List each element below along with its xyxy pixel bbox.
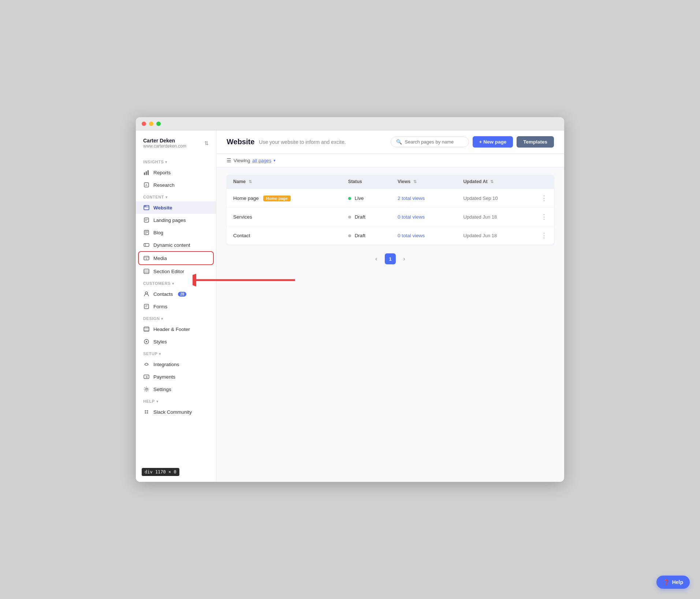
page-name[interactable]: Home page: [233, 196, 259, 201]
dynamic-icon: [143, 242, 150, 248]
cell-row-actions[interactable]: ⋮: [534, 208, 554, 226]
user-chevron-icon[interactable]: ⇅: [204, 140, 209, 146]
row-actions-menu[interactable]: ⋮: [541, 194, 547, 202]
sidebar-item-integrations[interactable]: Integrations: [136, 358, 216, 371]
cell-row-actions[interactable]: ⋮: [534, 226, 554, 245]
prev-page-button[interactable]: ‹: [371, 253, 382, 264]
sidebar-label-settings: Settings: [153, 387, 171, 392]
updated-at: Updated Jun 18: [463, 214, 497, 220]
sidebar-item-settings[interactable]: Settings: [136, 383, 216, 395]
col-actions: [534, 175, 554, 189]
status-text: Live: [355, 196, 364, 201]
status-dot: [348, 197, 351, 200]
payments-icon: S: [143, 373, 150, 380]
titlebar: [136, 117, 564, 130]
nav-section-help[interactable]: HELP ▾: [136, 395, 216, 406]
content-area: Name ⇅ Status Views ⇅ Updated At ⇅: [216, 167, 564, 482]
sidebar-item-website[interactable]: Website: [136, 201, 216, 214]
sidebar-item-blog[interactable]: Blog: [136, 226, 216, 239]
col-name[interactable]: Name ⇅: [227, 175, 342, 189]
templates-button[interactable]: Templates: [517, 136, 554, 148]
nav-section-design[interactable]: DESIGN ▾: [136, 313, 216, 323]
sidebar-item-media[interactable]: Media: [139, 252, 213, 264]
col-updated-at[interactable]: Updated At ⇅: [457, 175, 534, 189]
sidebar-item-dynamic-content[interactable]: Dynamic content: [136, 239, 216, 251]
sidebar-label-media: Media: [153, 256, 167, 261]
table-row: Services Draft 0 total views Updated Jun…: [227, 208, 554, 226]
main-header: Website Use your website to inform and e…: [216, 130, 564, 154]
search-input[interactable]: [405, 139, 463, 145]
contacts-badge: 28: [178, 292, 186, 297]
sidebar-item-styles[interactable]: Styles: [136, 335, 216, 348]
status-dot: [348, 216, 351, 219]
new-page-button[interactable]: + New page: [473, 136, 513, 148]
sidebar-label-header-footer: Header & Footer: [153, 327, 190, 332]
page-name[interactable]: Services: [233, 214, 252, 220]
sidebar-item-forms[interactable]: Forms: [136, 300, 216, 313]
page-1-button[interactable]: 1: [385, 253, 396, 264]
nav-section-insights[interactable]: INSIGHTS ▾: [136, 156, 216, 166]
next-page-button[interactable]: ›: [399, 253, 410, 264]
svg-point-37: [146, 388, 148, 390]
help-chevron-icon: ▾: [156, 399, 159, 403]
sidebar-label-blog: Blog: [153, 230, 163, 235]
sidebar-item-reports[interactable]: Reports: [136, 166, 216, 179]
search-icon: 🔍: [396, 139, 402, 145]
sidebar-item-payments[interactable]: S Payments: [136, 371, 216, 383]
forms-icon: [143, 303, 150, 310]
minimize-button[interactable]: [149, 122, 153, 126]
close-button[interactable]: [142, 122, 146, 126]
sidebar-item-research[interactable]: A Research: [136, 179, 216, 191]
sidebar-label-integrations: Integrations: [153, 362, 179, 367]
search-box[interactable]: 🔍: [391, 137, 469, 147]
sidebar-item-landing-pages[interactable]: Landing pages: [136, 214, 216, 226]
cell-status: Live: [342, 189, 391, 208]
cell-updated: Updated Jun 18: [457, 208, 534, 226]
sidebar-item-header-footer[interactable]: Header & Footer: [136, 323, 216, 335]
sidebar: Carter Deken www.carterdeken.com ⇅ INSIG…: [136, 130, 216, 482]
settings-icon: [143, 386, 150, 392]
help-circle-icon: ❓: [663, 579, 669, 585]
svg-point-10: [145, 206, 146, 207]
nav-section-content[interactable]: CONTENT ▾: [136, 191, 216, 201]
filter-chevron-icon[interactable]: ▾: [273, 158, 276, 163]
sidebar-label-styles: Styles: [153, 339, 167, 345]
help-button[interactable]: ❓ Help: [656, 576, 690, 589]
sidebar-item-slack[interactable]: Slack Community: [136, 406, 216, 418]
table-row: Home page Home page Live 2 total views U…: [227, 189, 554, 208]
svg-text:S: S: [146, 375, 148, 379]
col-views[interactable]: Views ⇅: [391, 175, 457, 189]
integrations-icon: [143, 361, 150, 368]
views-link[interactable]: 0 total views: [398, 233, 425, 238]
slack-icon: [143, 409, 150, 415]
views-link[interactable]: 2 total views: [398, 196, 425, 201]
views-link[interactable]: 0 total views: [398, 214, 425, 220]
row-actions-menu[interactable]: ⋮: [541, 213, 547, 220]
content-chevron-icon: ▾: [165, 195, 168, 199]
nav-section-setup[interactable]: SETUP ▾: [136, 348, 216, 358]
user-url: www.carterdeken.com: [143, 144, 186, 149]
user-info[interactable]: Carter Deken www.carterdeken.com ⇅: [136, 138, 216, 156]
svg-point-9: [145, 206, 145, 207]
row-actions-menu[interactable]: ⋮: [541, 232, 547, 239]
maximize-button[interactable]: [156, 122, 161, 126]
setup-chevron-icon: ▾: [159, 352, 161, 356]
cell-name: Home page Home page: [227, 189, 342, 208]
sub-header: ☰ Viewing all pages ▾: [216, 154, 564, 167]
sidebar-item-contacts[interactable]: Contacts 28: [136, 288, 216, 300]
updated-at: Updated Jun 18: [463, 233, 497, 238]
sidebar-item-section-editor[interactable]: Section Editor: [136, 265, 216, 278]
viewing-filter[interactable]: all pages: [252, 158, 271, 163]
svg-point-26: [145, 292, 148, 294]
sidebar-label-dynamic-content: Dynamic content: [153, 242, 190, 248]
nav-section-customers[interactable]: CUSTOMERS ▾: [136, 278, 216, 288]
page-name[interactable]: Contact: [233, 233, 250, 238]
header-left: Website Use your website to inform and e…: [227, 138, 346, 146]
svg-rect-23: [144, 269, 149, 274]
landing-icon: [143, 217, 150, 223]
cell-row-actions[interactable]: ⋮: [534, 189, 554, 208]
header-right: 🔍 + New page Templates: [391, 136, 554, 148]
table-body: Home page Home page Live 2 total views U…: [227, 189, 554, 245]
user-name: Carter Deken: [143, 138, 186, 144]
cell-views: 0 total views: [391, 208, 457, 226]
